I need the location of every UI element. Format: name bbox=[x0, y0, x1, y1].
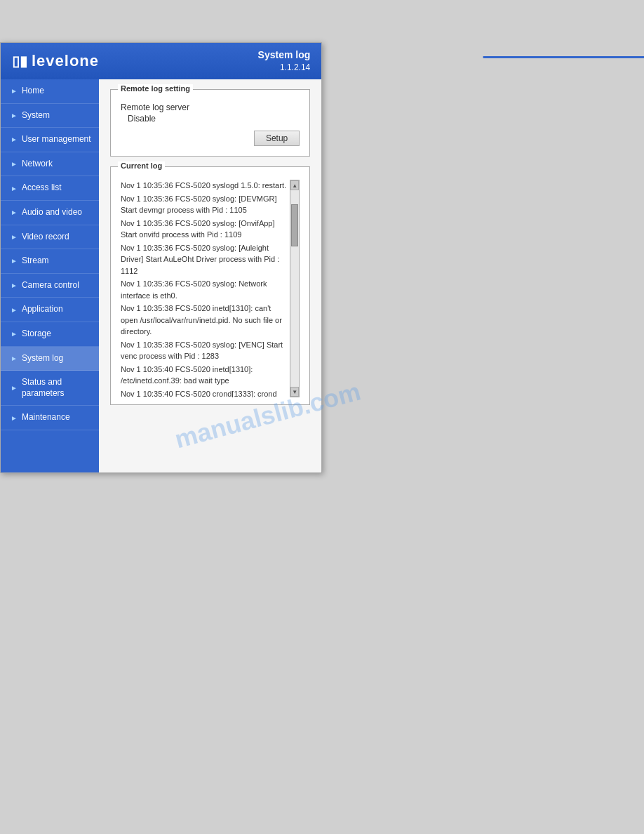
logo-text: levelone bbox=[32, 52, 99, 70]
header: ▯▮ levelone System log 1.1.2.14 bbox=[1, 43, 321, 79]
sidebar-item-label: Network bbox=[22, 159, 53, 170]
bullet-icon: ► bbox=[11, 233, 18, 241]
log-line: Nov 1 10:35:40 FCS-5020 crond[1333]: cro… bbox=[121, 388, 287, 398]
sidebar-item-network[interactable]: ► Network bbox=[1, 152, 99, 177]
sidebar-item-label: Camera control bbox=[22, 280, 79, 291]
sidebar-item-label: User management bbox=[22, 134, 91, 145]
scrollbar-up-arrow[interactable]: ▲ bbox=[290, 180, 299, 190]
sidebar-item-label: Access list bbox=[22, 183, 62, 194]
version-label: 1.1.2.14 bbox=[258, 62, 311, 74]
sidebar-item-label: System log bbox=[22, 353, 63, 364]
remote-log-section: Remote log setting Remote log server Dis… bbox=[110, 89, 310, 157]
sidebar-item-audio-and-video[interactable]: ► Audio and video bbox=[1, 201, 99, 225]
remote-log-content: Remote log server Disable Setup bbox=[121, 102, 300, 146]
page-title: System log bbox=[258, 48, 311, 62]
bullet-icon: ► bbox=[11, 384, 18, 392]
bullet-icon: ► bbox=[11, 208, 18, 216]
bullet-icon: ► bbox=[11, 257, 18, 265]
sidebar-item-status-and-parameters[interactable]: ► Status and parameters bbox=[1, 371, 99, 406]
sidebar-item-home[interactable]: ► Home bbox=[1, 79, 99, 104]
sidebar-item-user-management[interactable]: ► User management bbox=[1, 128, 99, 152]
main-container: ▯▮ levelone System log 1.1.2.14 ► Home ►… bbox=[0, 42, 322, 473]
scrollbar-down-arrow[interactable]: ▼ bbox=[290, 387, 299, 397]
log-text-area: Nov 1 10:35:36 FCS-5020 syslogd 1.5.0: r… bbox=[121, 180, 290, 397]
log-line: Nov 1 10:35:38 FCS-5020 inetd[1310]: can… bbox=[121, 303, 287, 338]
logo-area: ▯▮ levelone bbox=[12, 52, 99, 70]
sidebar-item-video-record[interactable]: ► Video record bbox=[1, 225, 99, 250]
sidebar-item-label: Storage bbox=[22, 329, 51, 340]
bullet-icon: ► bbox=[11, 282, 18, 289]
sidebar-item-maintenance[interactable]: ► Maintenance bbox=[1, 406, 99, 430]
main-layout: ► Home ► System ► User management ► Netw… bbox=[1, 79, 321, 472]
remote-log-legend: Remote log setting bbox=[118, 84, 193, 93]
log-line: Nov 1 10:35:36 FCS-5020 syslog: [DEVMGR]… bbox=[121, 193, 287, 216]
bullet-icon: ► bbox=[11, 355, 18, 362]
sidebar-item-label: Application bbox=[22, 304, 63, 315]
bullet-icon: ► bbox=[11, 135, 18, 143]
log-line: Nov 1 10:35:36 FCS-5020 syslogd 1.5.0: r… bbox=[121, 180, 287, 192]
log-content: Nov 1 10:35:36 FCS-5020 syslogd 1.5.0: r… bbox=[121, 180, 300, 397]
sidebar-item-label: Home bbox=[22, 86, 44, 97]
remote-log-label: Remote log server bbox=[121, 102, 300, 112]
sidebar-item-system-log[interactable]: ► System log bbox=[1, 347, 99, 371]
current-log-section: Current log Nov 1 10:35:36 FCS-5020 sysl… bbox=[110, 166, 310, 405]
log-line: Nov 1 10:35:38 FCS-5020 syslog: [VENC] S… bbox=[121, 339, 287, 362]
bullet-icon: ► bbox=[11, 160, 18, 168]
bullet-icon: ► bbox=[11, 185, 18, 192]
logo-icon: ▯▮ bbox=[12, 53, 27, 70]
content-area: Remote log setting Remote log server Dis… bbox=[99, 79, 321, 472]
sidebar-item-label: Status and parameters bbox=[22, 377, 92, 399]
scrollbar-thumb[interactable] bbox=[291, 204, 298, 246]
bullet-icon: ► bbox=[11, 414, 18, 422]
log-line: Nov 1 10:35:40 FCS-5020 inetd[1310]: /et… bbox=[121, 364, 287, 387]
sidebar-item-label: Maintenance bbox=[22, 412, 70, 423]
log-line: Nov 1 10:35:36 FCS-5020 syslog: Network … bbox=[121, 278, 287, 301]
sidebar-item-stream[interactable]: ► Stream bbox=[1, 249, 99, 274]
bullet-icon: ► bbox=[11, 112, 18, 119]
log-line: Nov 1 10:35:36 FCS-5020 syslog: [OnvifAp… bbox=[121, 218, 287, 241]
setup-btn-row: Setup bbox=[121, 131, 300, 146]
bullet-icon: ► bbox=[11, 306, 18, 314]
sidebar-item-label: System bbox=[22, 110, 50, 121]
log-line: Nov 1 10:35:36 FCS-5020 syslog: [Auleigh… bbox=[121, 242, 287, 277]
sidebar-item-access-list[interactable]: ► Access list bbox=[1, 176, 99, 201]
sidebar-item-camera-control[interactable]: ► Camera control bbox=[1, 274, 99, 298]
bullet-icon: ► bbox=[11, 87, 18, 95]
scrollbar-track bbox=[290, 190, 299, 387]
current-log-legend: Current log bbox=[118, 161, 165, 170]
log-scrollbar[interactable]: ▲ ▼ bbox=[290, 180, 300, 397]
setup-button[interactable]: Setup bbox=[254, 131, 300, 146]
sidebar-item-storage[interactable]: ► Storage bbox=[1, 322, 99, 347]
bottom-line bbox=[483, 56, 644, 58]
sidebar-item-system[interactable]: ► System bbox=[1, 104, 99, 128]
remote-log-value: Disable bbox=[128, 114, 300, 124]
header-title: System log 1.1.2.14 bbox=[258, 48, 311, 74]
sidebar-item-application[interactable]: ► Application bbox=[1, 298, 99, 322]
bullet-icon: ► bbox=[11, 330, 18, 338]
sidebar-item-label: Audio and video bbox=[22, 207, 82, 218]
sidebar: ► Home ► System ► User management ► Netw… bbox=[1, 79, 99, 472]
sidebar-item-label: Video record bbox=[22, 232, 69, 243]
sidebar-item-label: Stream bbox=[22, 256, 49, 267]
